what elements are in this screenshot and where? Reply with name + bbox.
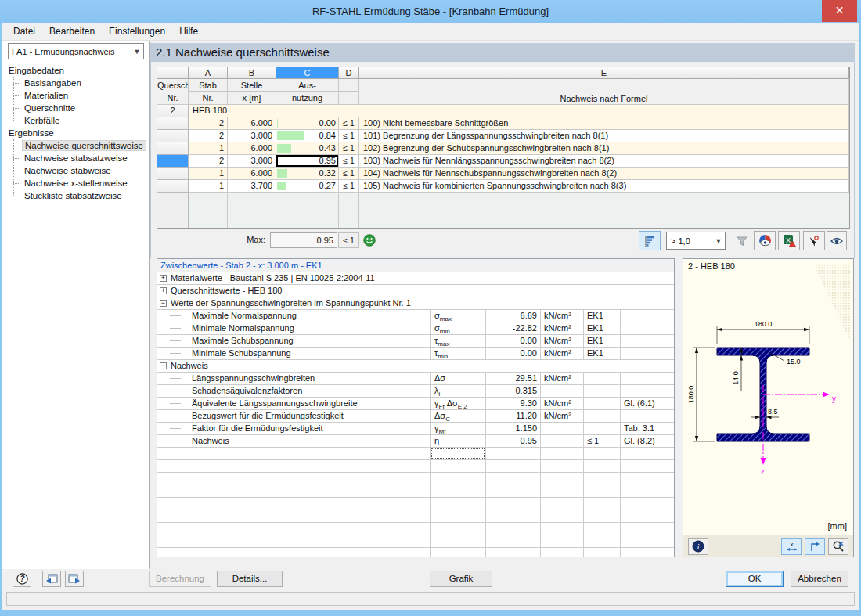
filter-button[interactable]	[733, 231, 751, 250]
berechnung-button: Berechnung	[149, 571, 211, 587]
utilization-filter-dropdown[interactable]: > 1,0 ▼	[666, 232, 726, 250]
corner-header[interactable]	[157, 67, 189, 79]
list-item[interactable]: Längsspannungsschwingbreiten Δσ 29.51 kN…	[157, 373, 674, 385]
status-ok-icon	[363, 234, 376, 248]
list-item[interactable]: Nachweis η 0.95 ≤ 1 Gl. (8.2)	[157, 435, 674, 448]
footer: ? Berechnung Details... Grafik OK Abbrec…	[2, 569, 859, 589]
jump-to-previous-module-button[interactable]	[42, 571, 61, 587]
col-letter-a[interactable]: A	[189, 67, 228, 79]
utilization-cell-selected[interactable]: 0.95	[276, 155, 339, 168]
tree-group-ergebnisse[interactable]: Ergebnisse	[2, 127, 149, 139]
cross-section-panel: 2 - HEB 180 180.0	[683, 258, 854, 557]
list-item[interactable]: Maximale Schubspannung τmax 0.00 kN/cm² …	[157, 335, 674, 348]
section-row-header[interactable]: 2	[157, 105, 189, 117]
menu-hilfe[interactable]: Hilfe	[172, 23, 205, 40]
list-item-empty-selected[interactable]	[157, 448, 674, 460]
sidebar-item-nachweise-stabsatzweise[interactable]: Nachweise stabsatzweise	[2, 152, 149, 164]
list-item[interactable]: Faktor für die Ermüdungsfestigkeit γMf 1…	[157, 423, 674, 435]
titlebar[interactable]: RF-STAHL Ermüdung Stäbe - [Kranbahn Ermü…	[0, 0, 861, 23]
details-button[interactable]: Details...	[217, 571, 283, 587]
row-header[interactable]	[157, 117, 189, 130]
group-querschnittswerte[interactable]: +Querschnittswerte - HEB 180	[157, 285, 674, 297]
utilization-cell[interactable]: 0.43	[276, 142, 339, 155]
sidebar-item-querschnitte[interactable]: Querschnitte	[2, 102, 149, 114]
show-dimensions-button[interactable]: x	[781, 538, 802, 555]
grafik-button[interactable]: Grafik	[430, 571, 492, 587]
row-header[interactable]	[157, 168, 189, 180]
table-row[interactable]: 1 6.000 0.32 ≤ 1 104) Nachweis für Nenns…	[157, 168, 849, 180]
group-materialwerte[interactable]: +Materialwerte - Baustahl S 235 | EN 100…	[157, 272, 674, 285]
utilization-cell[interactable]: 0.84	[276, 130, 339, 142]
max-row: Max: 0.95 ≤ 1 > 1,0 ▼	[151, 229, 854, 254]
table-row[interactable]: 2 3.000 0.84 ≤ 1 101) Begrenzung der Län…	[157, 130, 849, 142]
sidebar-item-basisangaben[interactable]: Basisangaben	[2, 77, 149, 89]
menu-bearbeiten[interactable]: Bearbeiten	[42, 23, 102, 40]
help-button[interactable]: ?	[13, 571, 31, 587]
list-item[interactable]: Schadensäquivalenzfaktoren λi 0.315	[157, 385, 674, 398]
table-row[interactable]: 1 3.700 0.27 ≤ 1 105) Nachweis für kombi…	[157, 180, 849, 193]
dim-width-label: 180.0	[755, 320, 773, 328]
select-in-graphic-button[interactable]	[803, 231, 825, 250]
result-diagram-toggle-button[interactable]	[639, 231, 661, 250]
table-row-selected[interactable]: 2 3.000 0.95 ≤ 1 103) Nachweis für Nennl…	[157, 155, 849, 168]
menu-einstellungen[interactable]: Einstellungen	[102, 23, 172, 40]
list-item[interactable]: Bezugswert für die Ermüdungsfestigkeit Δ…	[157, 410, 674, 423]
table-row[interactable]: 2 6.000 0.00 ≤ 1 100) Nicht bemessbare S…	[157, 117, 849, 130]
list-item[interactable]: Minimale Schubspannung τmin 0.00 kN/cm² …	[157, 348, 674, 360]
expand-icon[interactable]: +	[160, 275, 167, 282]
app-surface: Datei Bearbeiten Einstellungen Hilfe FA1…	[2, 23, 859, 610]
tree-group-eingabedaten[interactable]: Eingabedaten	[2, 64, 149, 77]
color-scale-button[interactable]	[754, 231, 776, 250]
expand-icon[interactable]: +	[160, 287, 167, 294]
row-header[interactable]	[157, 180, 189, 193]
sidebar-item-nachweise-x-stellenweise[interactable]: Nachweise x-stellenweise	[2, 177, 149, 189]
window-arrow-right-icon	[68, 574, 81, 585]
svg-text:i: i	[697, 542, 699, 551]
col-letter-e[interactable]: E	[359, 67, 849, 79]
utilization-cell[interactable]: 0.32	[276, 168, 339, 180]
svg-text:?: ?	[20, 575, 24, 583]
selected-empty-cell[interactable]	[430, 448, 485, 459]
group-nachweis[interactable]: −Nachweis	[157, 360, 674, 373]
chevron-down-icon: ▼	[131, 48, 143, 56]
col-letter-d[interactable]: D	[339, 67, 359, 79]
unit-label: [mm]	[828, 521, 847, 531]
row-header[interactable]	[157, 142, 189, 155]
show-axes-button[interactable]	[805, 538, 825, 555]
sidebar-item-stueckliste-stabsatzweise[interactable]: Stückliste stabsatzweise	[2, 189, 149, 202]
info-button[interactable]: i	[688, 538, 708, 555]
section-name[interactable]: HEB 180	[189, 105, 849, 117]
sidebar-item-nachweise-querschnittsweise[interactable]: Nachweise querschnittsweise	[2, 139, 149, 152]
svg-text:x: x	[790, 541, 793, 548]
col-letter-b[interactable]: B	[228, 67, 276, 79]
sidebar-item-materialien[interactable]: Materialien	[2, 89, 149, 102]
table-row[interactable]: 1 6.000 0.43 ≤ 1 102) Begrenzung der Sch…	[157, 142, 849, 155]
collapse-icon[interactable]: −	[160, 362, 167, 369]
row-header[interactable]	[157, 130, 189, 142]
header-d	[339, 79, 359, 105]
load-case-selector[interactable]: FA1 - Ermüdungsnachweis ▼	[8, 43, 144, 59]
ok-button[interactable]: OK	[726, 571, 784, 587]
view-mode-button[interactable]	[827, 231, 847, 250]
group-spannungsschwingbreiten[interactable]: −Werte der Spannungsschwingbreiten im Sp…	[157, 297, 674, 310]
jump-to-next-module-button[interactable]	[65, 571, 84, 587]
row-header-selected[interactable]	[157, 155, 189, 168]
utilization-bar	[277, 182, 286, 190]
list-item[interactable]: Äquivalente Längsspannungsschwingbreite …	[157, 398, 674, 410]
close-button[interactable]: ✕	[822, 0, 857, 22]
utilization-cell[interactable]: 0.27	[276, 180, 339, 193]
sidebar-item-kerbfaelle[interactable]: Kerbfälle	[2, 114, 149, 127]
list-item[interactable]: Minimale Normalspannung σmin -22.82 kN/c…	[157, 322, 674, 335]
utilization-cell[interactable]: 0.00	[276, 117, 339, 130]
collapse-icon[interactable]: −	[160, 300, 167, 307]
menu-datei[interactable]: Datei	[6, 23, 42, 40]
zoom-reset-button[interactable]	[828, 538, 848, 555]
sidebar-item-nachweise-stabweise[interactable]: Nachweise stabweise	[2, 164, 149, 177]
list-item[interactable]: Maximale Normalspannung σmax 6.69 kN/cm²…	[157, 310, 674, 322]
sidebar: FA1 - Ermüdungsnachweis ▼ Eingabedaten B…	[2, 41, 150, 569]
dimension-x-icon: x	[785, 541, 798, 553]
excel-export-button[interactable]: X	[778, 231, 800, 250]
col-letter-c[interactable]: C	[276, 67, 339, 79]
cancel-button[interactable]: Abbrechen	[791, 571, 848, 587]
excel-icon: X	[783, 234, 796, 247]
